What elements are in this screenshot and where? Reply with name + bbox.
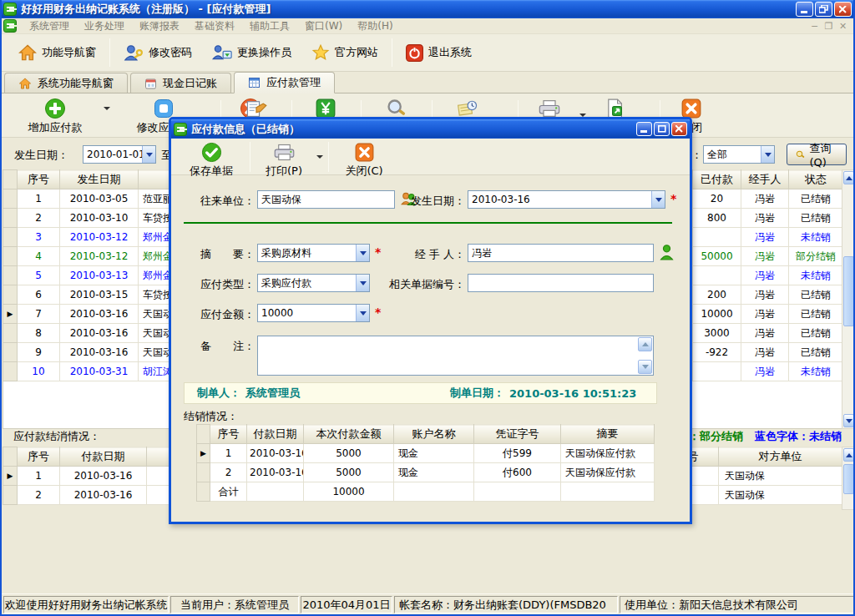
legend-unsettled: 蓝色字体：未结销	[755, 429, 842, 444]
table-cell: 20	[693, 189, 741, 209]
menu-system[interactable]: 系统管理	[22, 18, 77, 34]
row-indicator: ▶	[3, 305, 18, 324]
tab-system-nav[interactable]: 系统功能导航窗	[4, 73, 128, 93]
table-cell: 2010-03-16	[60, 467, 147, 486]
dialog-minimize-button[interactable]	[636, 122, 652, 136]
table-cell: 现金	[394, 463, 474, 482]
add-payable-button[interactable]: 增加应付款	[17, 97, 94, 135]
change-password-button[interactable]: 修改密码	[115, 40, 200, 65]
status-current-user: 当前用户：系统管理员	[170, 596, 299, 613]
row-indicator	[3, 189, 18, 209]
menu-window[interactable]: 窗口(W)	[297, 18, 350, 34]
table-row[interactable]: ▶12010-03-165000现金付599天国动保应付款	[197, 444, 655, 463]
scroll-down-icon[interactable]	[843, 414, 854, 427]
unit-label: 往来单位：	[188, 194, 255, 209]
chevron-down-icon[interactable]	[356, 305, 369, 321]
calendar-icon	[144, 78, 157, 89]
menu-books[interactable]: 账簿报表	[132, 18, 187, 34]
print-button[interactable]: 打印(P)	[256, 140, 311, 179]
date-filter-label: 发生日期：	[14, 148, 68, 163]
mdi-close-icon[interactable]: ✕	[836, 21, 850, 32]
table-cell: 7	[18, 305, 60, 324]
menu-basedata[interactable]: 基础资料	[187, 18, 242, 34]
close-button[interactable]	[834, 2, 852, 17]
dialog-close-action-button[interactable]: 关闭(C)	[336, 140, 392, 179]
occur-date-combo[interactable]: 2010-03-16	[468, 190, 665, 209]
scroll-down-icon[interactable]	[638, 360, 652, 374]
table-cell: 天国动保应付款	[561, 463, 655, 482]
switch-operator-button[interactable]: 更换操作员	[204, 40, 300, 65]
toolbar-separator	[392, 38, 392, 67]
table-cell: 已结销	[789, 324, 843, 343]
ref-no-input[interactable]	[468, 274, 654, 292]
row-indicator	[3, 362, 18, 381]
unit-input[interactable]	[257, 190, 395, 209]
scrollbar-thumb[interactable]	[843, 464, 854, 494]
table-cell: 合计	[210, 482, 247, 502]
nav-window-button[interactable]: 功能导航窗	[10, 40, 104, 65]
tab-payables[interactable]: 应付款管理	[234, 72, 335, 93]
table-cell	[693, 266, 741, 285]
maker-date-label: 制单日期：	[450, 386, 504, 401]
mdi-minimize-icon[interactable]: ─	[807, 21, 822, 32]
mdi-restore-icon[interactable]: ❐	[822, 21, 836, 32]
person-picker-icon[interactable]	[659, 244, 675, 260]
settlement-detail-table: 序号 付款日期 本次付款金额 账户名称 凭证字号 摘要 ▶12010-03-16…	[196, 424, 655, 502]
chevron-down-icon[interactable]	[356, 245, 369, 261]
menu-tools[interactable]: 辅助工具	[242, 18, 297, 34]
restore-button[interactable]	[815, 2, 832, 17]
dialog-close-button[interactable]	[671, 122, 687, 136]
scroll-up-icon[interactable]	[843, 448, 854, 462]
add-dropdown-arrow[interactable]	[104, 107, 110, 114]
table-cell: 已结销	[789, 285, 843, 305]
chevron-down-icon[interactable]	[142, 146, 155, 163]
table-cell: 8	[18, 324, 60, 343]
note-scroll[interactable]	[638, 337, 652, 374]
table-row[interactable]: 22010-03-165000现金付600天国动保应付款	[197, 463, 655, 482]
save-voucher-button[interactable]: 保存单据	[180, 140, 243, 179]
col-seq: 序号	[210, 425, 247, 444]
table-cell: 2010-03-10	[60, 209, 139, 228]
table-cell: 天国动保	[719, 486, 842, 505]
scrollbar-thumb[interactable]	[843, 256, 854, 326]
chevron-down-icon[interactable]	[761, 146, 774, 163]
chevron-down-icon[interactable]	[356, 275, 369, 291]
ref-no-label: 相关单据编号：	[378, 277, 465, 292]
home-icon	[18, 78, 32, 89]
table-cell: 天国动保	[719, 467, 842, 486]
summary-combo[interactable]: 采购原材料	[257, 244, 370, 262]
payables-scrollbar[interactable]	[842, 169, 855, 429]
print-dropdown-arrow[interactable]	[316, 155, 323, 162]
query-button[interactable]: 查询(Q)	[787, 144, 847, 165]
printer-icon	[538, 98, 561, 119]
payable-amount-combo[interactable]: 10000	[257, 304, 370, 322]
table-row[interactable]: 合计10000	[197, 482, 655, 502]
menu-business[interactable]: 业务处理	[77, 18, 132, 34]
dialog-maximize-button[interactable]	[654, 122, 670, 136]
status-combo[interactable]: 全部	[703, 145, 775, 164]
chevron-down-icon[interactable]	[651, 191, 665, 208]
menu-help[interactable]: 帮助(H)	[350, 18, 400, 34]
minimize-button[interactable]	[796, 2, 813, 17]
note-textarea[interactable]	[257, 336, 654, 376]
col-pay-amount: 本次付款金额	[304, 425, 394, 444]
official-website-button[interactable]: 官方网站	[303, 40, 387, 65]
dialog-toolbar: 保存单据 打印(P) 关闭(C)	[171, 139, 690, 175]
col-pay-date: 付款日期	[247, 425, 304, 444]
printer-icon	[273, 143, 296, 162]
handler-input[interactable]	[468, 244, 654, 262]
exit-system-button[interactable]: 退出系统	[397, 40, 480, 66]
settlement-scrollbar[interactable]	[842, 447, 855, 510]
tab-cash-journal[interactable]: 现金日记账	[130, 73, 231, 93]
export-doc-icon	[605, 98, 625, 119]
date-from-combo[interactable]: 2010-01-01	[83, 145, 156, 164]
app-window: 好好用财务出纳记账系统（注册版） - [应付款管理] 系统管理 业务处理 账簿报…	[0, 0, 855, 616]
scroll-up-icon[interactable]	[843, 171, 854, 184]
status-date: 2010年04月01日	[301, 596, 392, 613]
scroll-up-icon[interactable]	[638, 337, 652, 351]
required-marker: *	[670, 192, 676, 205]
payable-type-combo[interactable]: 采购应付款	[257, 274, 370, 292]
col-pay-date: 付款日期	[60, 447, 147, 467]
table-cell: 冯岩	[741, 362, 789, 381]
mdi-tabbar: 系统功能导航窗 现金日记账 应付款管理	[2, 72, 853, 93]
